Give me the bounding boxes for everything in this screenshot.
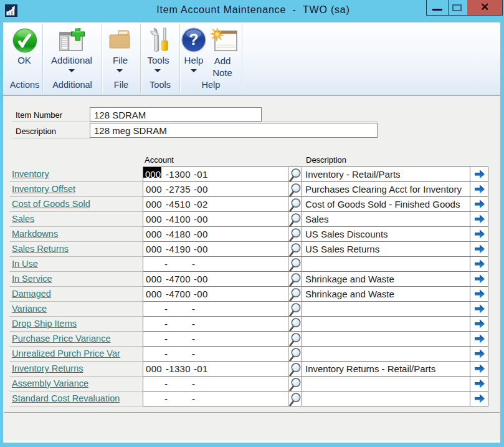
svg-text:?: ? [189, 31, 198, 48]
